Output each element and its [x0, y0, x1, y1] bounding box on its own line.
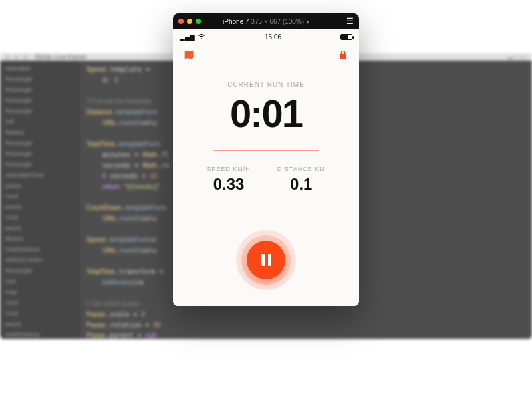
layer-item[interactable]: SPEED KM/H: [3, 256, 77, 264]
layer-item[interactable]: pause: [3, 182, 77, 190]
pause-button-wrap[interactable]: [236, 230, 296, 290]
window-controls[interactable]: [5, 55, 28, 60]
device-name: iPhone 7: [223, 18, 249, 25]
layer-item[interactable]: lock: [3, 277, 77, 285]
layer-item[interactable]: map: [3, 288, 77, 296]
layer-item[interactable]: Rectangle: [3, 75, 77, 83]
layer-item[interactable]: Battery: [3, 128, 77, 136]
ios-statusbar: ▂▄▆ 15:06: [173, 29, 359, 44]
run-time-label: CURRENT RUN TIME: [227, 81, 305, 88]
clock: 15:06: [265, 33, 281, 41]
lock-icon[interactable]: [338, 49, 348, 63]
map-icon[interactable]: [184, 49, 194, 63]
layer-item[interactable]: tBoard: [3, 235, 77, 243]
layer-item[interactable]: pause: [3, 203, 77, 211]
layer-item[interactable]: Rectangle: [3, 139, 77, 147]
layer-item[interactable]: pause: [3, 224, 77, 232]
device-label[interactable]: iPhone 7 375 × 667 (100%) ▾: [173, 18, 359, 25]
layer-item[interactable]: Rectangle: [3, 96, 77, 104]
min-dot[interactable]: [14, 55, 19, 60]
layer-panel[interactable]: statusBarRectangleRectangleRectangleRect…: [0, 61, 80, 339]
speed-value: 0.33: [207, 175, 251, 194]
distance-label: DISTANCE: [277, 166, 313, 172]
layer-item[interactable]: Rectangle: [3, 150, 77, 158]
pause-icon: [261, 254, 271, 266]
max-dot[interactable]: [23, 55, 28, 60]
editor-title-icons[interactable]: ☁ □ ▷: [507, 53, 527, 61]
layer-item[interactable]: Rectangle: [3, 267, 77, 275]
layer-item[interactable]: Oval: [3, 299, 77, 307]
layer-item[interactable]: Oval: [3, 192, 77, 200]
layer-item[interactable]: wifi: [3, 118, 77, 126]
device-dims: 375 × 667: [251, 18, 281, 25]
speed-unit: KM/H: [233, 166, 251, 172]
device-preview: iPhone 7 375 × 667 (100%) ▾ ☰ ▂▄▆ 15:06: [173, 13, 359, 306]
layer-item[interactable]: totalDistance: [3, 245, 77, 253]
layer-item[interactable]: Rectangle: [3, 160, 77, 168]
layer-item[interactable]: Oval: [3, 309, 77, 317]
distance-metric: DISTANCE KM 0.1: [277, 166, 325, 194]
preview-toolbar[interactable]: iPhone 7 375 × 667 (100%) ▾ ☰: [173, 13, 359, 29]
app-screen: CURRENT RUN TIME 0:01 SPEED KM/H 0.33 DI…: [173, 44, 359, 306]
pause-button[interactable]: [247, 241, 285, 279]
layer-item[interactable]: Oval: [3, 213, 77, 221]
speed-metric: SPEED KM/H 0.33: [207, 166, 251, 194]
signal-icon: ▂▄▆: [180, 33, 195, 41]
layer-item[interactable]: Rectangle: [3, 86, 77, 94]
layer-item[interactable]: pause: [3, 320, 77, 328]
layer-item[interactable]: Rectangle: [3, 107, 77, 115]
layer-item[interactable]: totalDistance: [3, 331, 77, 338]
chevron-down-icon[interactable]: ▾: [306, 18, 309, 25]
layer-item[interactable]: statusBar: [3, 65, 77, 72]
close-dot[interactable]: [5, 55, 11, 60]
divider: [213, 150, 319, 151]
speed-label: SPEED: [207, 166, 231, 172]
distance-unit: KM: [315, 166, 325, 172]
battery-icon: [340, 34, 352, 40]
device-zoom: (100%): [283, 18, 304, 25]
run-time-value: 0:01: [230, 91, 302, 136]
wifi-icon: [198, 33, 205, 41]
distance-value: 0.1: [277, 175, 325, 194]
layer-item[interactable]: statusBarTime: [3, 171, 77, 179]
